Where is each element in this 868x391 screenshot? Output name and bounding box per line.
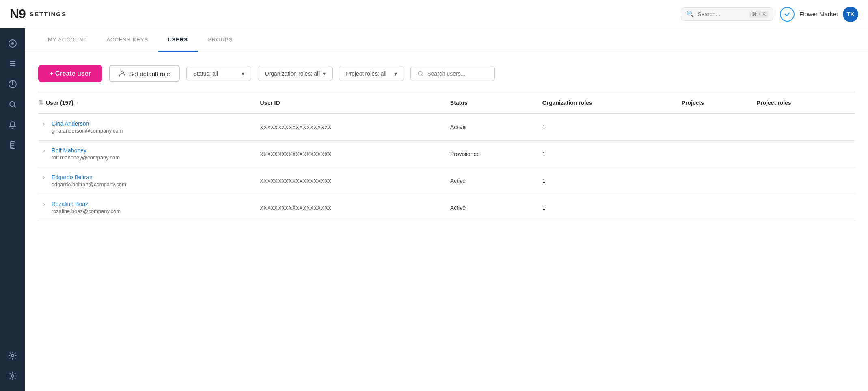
user-cell: › Rozaline Boaz rozaline.boaz@company.co… [38, 194, 255, 221]
org-roles-value: 1 [542, 204, 546, 211]
user-name-link[interactable]: Edgardo Beltran [52, 174, 93, 180]
status-check-icon[interactable] [780, 7, 795, 22]
project-roles-filter[interactable]: Project roles: all ▾ [339, 66, 404, 81]
tab-groups[interactable]: GROUPS [198, 28, 242, 52]
search-input[interactable] [697, 11, 746, 17]
projects-cell [677, 167, 752, 194]
users-table: ⇅ User (157) ↑ User ID Status Organizati… [38, 92, 855, 221]
org-roles-value: 1 [542, 178, 546, 184]
project-roles-cell [752, 194, 855, 221]
sidebar-item-search[interactable] [4, 96, 21, 113]
tab-access-keys[interactable]: ACCESS KEYS [97, 28, 158, 52]
user-id-value: XXXXXXXXXXXXXXXXXXXX [260, 151, 332, 157]
svg-point-1 [11, 42, 14, 45]
sidebar-item-dashboard[interactable] [4, 35, 21, 52]
user-name-link[interactable]: Rozaline Boaz [52, 201, 88, 207]
col-header-project-roles: Project roles [752, 92, 855, 114]
sidebar-item-settings2[interactable] [4, 367, 21, 384]
org-roles-filter[interactable]: Organization roles: all ▾ [258, 66, 333, 81]
page-body: + Create user Set default role Status: a… [25, 52, 868, 221]
project-roles-cell [752, 141, 855, 167]
user-id-value: XXXXXXXXXXXXXXXXXXXX [260, 205, 332, 211]
col-header-user-id: User ID [255, 92, 445, 114]
sidebar-item-documents[interactable] [4, 137, 21, 154]
set-default-role-button[interactable]: Set default role [109, 65, 180, 82]
table-row: › Gina Anderson gina.anderson@company.co… [38, 113, 855, 141]
person-icon [119, 70, 126, 77]
projects-cell [677, 113, 752, 141]
sort-arrows-icon: ⇅ [38, 99, 43, 106]
search-users-field[interactable] [427, 70, 488, 77]
top-header: N9 SETTINGS 🔍 ⌘ + K Flower Market TK [0, 0, 868, 28]
search-icon: 🔍 [686, 10, 694, 18]
svg-rect-3 [10, 63, 15, 64]
keyboard-shortcut: ⌘ + K [749, 11, 768, 18]
projects-cell [677, 141, 752, 167]
svg-point-6 [12, 83, 13, 85]
chevron-down-icon: ▾ [394, 70, 397, 77]
col-header-status: Status [445, 92, 538, 114]
status-cell: Active [445, 113, 538, 141]
col-header-projects: Projects [677, 92, 752, 114]
sidebar [0, 28, 25, 391]
user-id-cell: XXXXXXXXXXXXXXXXXXXX [255, 113, 445, 141]
table-row: › Edgardo Beltran edgardo.beltran@compan… [38, 167, 855, 194]
status-value: Provisioned [450, 151, 480, 157]
logo-area: N9 SETTINGS [10, 7, 75, 22]
expand-row-chevron[interactable]: › [43, 147, 48, 154]
user-cell: › Gina Anderson gina.anderson@company.co… [38, 113, 255, 141]
col-header-user[interactable]: ⇅ User (157) ↑ [38, 92, 255, 114]
svg-point-9 [11, 354, 14, 357]
projects-cell [677, 194, 752, 221]
chevron-down-icon: ▾ [323, 70, 326, 77]
expand-row-chevron[interactable]: › [43, 174, 48, 180]
org-roles-cell: 1 [538, 113, 677, 141]
tab-my-account[interactable]: MY ACCOUNT [38, 28, 97, 52]
user-email: gina.anderson@company.com [52, 128, 123, 134]
expand-row-chevron[interactable]: › [43, 201, 48, 207]
app-name: SETTINGS [30, 11, 67, 17]
tab-users[interactable]: USERS [158, 28, 198, 52]
status-value: Active [450, 124, 466, 130]
create-user-button[interactable]: + Create user [38, 65, 102, 82]
user-email: rozaline.boaz@company.com [52, 208, 121, 214]
org-roles-value: 1 [542, 151, 546, 157]
user-id-value: XXXXXXXXXXXXXXXXXXXX [260, 124, 332, 130]
user-cell: › Rolf Mahoney rolf.mahoney@company.com [38, 141, 255, 167]
sidebar-item-list[interactable] [4, 55, 21, 72]
status-cell: Provisioned [445, 141, 538, 167]
avatar[interactable]: TK [843, 7, 858, 22]
project-roles-cell [752, 113, 855, 141]
user-name-link[interactable]: Rolf Mahoney [52, 147, 86, 154]
svg-rect-2 [10, 61, 15, 62]
search-users-input[interactable] [410, 66, 495, 81]
sidebar-item-settings[interactable] [4, 347, 21, 364]
org-name: Flower Market [799, 11, 838, 17]
org-roles-value: 1 [542, 124, 546, 130]
table-row: › Rozaline Boaz rozaline.boaz@company.co… [38, 194, 855, 221]
user-name-link[interactable]: Gina Anderson [52, 120, 89, 127]
status-value: Active [450, 178, 466, 184]
table-row: › Rolf Mahoney rolf.mahoney@company.com … [38, 141, 855, 167]
expand-row-chevron[interactable]: › [43, 120, 48, 127]
svg-rect-4 [10, 65, 15, 66]
user-id-value: XXXXXXXXXXXXXXXXXXXX [260, 178, 332, 184]
status-value: Active [450, 204, 466, 211]
user-id-cell: XXXXXXXXXXXXXXXXXXXX [255, 167, 445, 194]
svg-point-10 [11, 375, 14, 377]
org-roles-cell: 1 [538, 141, 677, 167]
global-search[interactable]: 🔍 ⌘ + K [681, 7, 773, 21]
project-roles-cell [752, 167, 855, 194]
svg-point-7 [10, 102, 15, 106]
status-filter[interactable]: Status: all ▾ [186, 66, 251, 81]
main-content: MY ACCOUNT ACCESS KEYS USERS GROUPS + Cr… [25, 28, 868, 391]
status-cell: Active [445, 194, 538, 221]
tabs-bar: MY ACCOUNT ACCESS KEYS USERS GROUPS [25, 28, 868, 52]
sidebar-item-analytics[interactable] [4, 76, 21, 93]
user-cell: › Edgardo Beltran edgardo.beltran@compan… [38, 167, 255, 194]
user-email: edgardo.beltran@company.com [52, 181, 126, 187]
sidebar-item-notifications[interactable] [4, 116, 21, 133]
logo-n9: N9 [10, 7, 26, 22]
org-roles-cell: 1 [538, 194, 677, 221]
chevron-down-icon: ▾ [242, 70, 244, 77]
